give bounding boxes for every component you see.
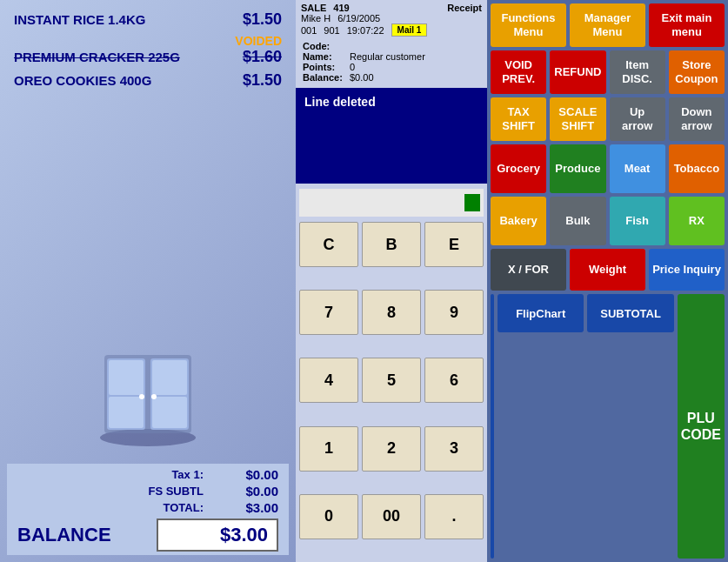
sale-number: 419: [333, 3, 349, 13]
totals-section: Tax 1: $0.00 FS SUBTL $0.00 TOTAL: $3.00…: [7, 464, 289, 555]
numpad-b-button[interactable]: B: [362, 222, 421, 267]
fs-subtl-value: $0.00: [217, 484, 278, 498]
functions-menu-button[interactable]: Functions Menu: [491, 3, 566, 47]
flipchart-button[interactable]: FlipChart: [498, 294, 584, 332]
void-prev-button[interactable]: VOID PREV.: [491, 50, 546, 94]
name-value: Regular customer: [350, 51, 425, 62]
balance-label: BALANCE: [17, 524, 111, 546]
numpad-5-button[interactable]: 5: [362, 358, 421, 403]
numpad-00-button[interactable]: 00: [362, 494, 421, 539]
price-inquiry-button[interactable]: Price Inquiry: [649, 249, 725, 291]
produce-button[interactable]: Produce: [550, 144, 605, 193]
rx-button[interactable]: RX: [669, 197, 725, 245]
receipt-items: INSTANT RICE 1.4KG $1.50 VOIDED PREMIUM …: [7, 7, 289, 324]
name-row: Name: Regular customer: [303, 51, 480, 62]
sale-date: 6/19/2005: [337, 13, 380, 23]
numpad-3-button[interactable]: 3: [424, 426, 484, 472]
sale-label: SALE: [301, 3, 326, 13]
balance-box: $3.00: [157, 519, 278, 552]
input-row[interactable]: [299, 189, 484, 217]
right-row-7: FlipChart SUBTOTAL PLU CODE: [491, 294, 725, 559]
svg-rect-7: [152, 397, 187, 428]
plu-code-button[interactable]: PLU CODE: [678, 294, 725, 559]
receipt-label: Receipt: [447, 3, 482, 13]
item-price: $1.50: [243, 10, 282, 29]
scale-shift-button[interactable]: SCALE SHIFT: [550, 97, 605, 141]
total-value: $3.00: [217, 500, 278, 515]
item-name-voided: PREMIUM CRACKER 225G: [14, 50, 180, 64]
total-row: TOTAL: $3.00: [17, 500, 278, 515]
terminal-id: 001: [301, 25, 317, 36]
tax1-value: $0.00: [217, 467, 278, 482]
weight-button[interactable]: Weight: [570, 249, 645, 291]
balance-row: BALANCE $3.00: [17, 519, 278, 552]
code-label: Code:: [303, 41, 346, 51]
meat-button[interactable]: Meat: [610, 144, 665, 193]
points-value: 0: [350, 62, 355, 72]
store-coupon-button[interactable]: Store Coupon: [669, 50, 725, 94]
fs-subtl-row: FS SUBTL $0.00: [17, 484, 278, 498]
deleted-message: Line deleted: [296, 88, 487, 184]
right-row-4: Grocery Produce Meat Tobacco: [491, 144, 725, 193]
numpad-1-button[interactable]: 1: [299, 426, 358, 472]
numpad-2-button[interactable]: 2: [362, 426, 421, 472]
right-row-1: Functions Menu Manager Menu Exit main me…: [491, 3, 725, 47]
balance-info-label: Balance:: [303, 72, 346, 83]
points-row: Points: 0: [303, 62, 480, 72]
numpad-6-button[interactable]: 6: [424, 358, 484, 403]
right-row-3: TAX SHIFT SCALE SHIFT Up arrow Down arro…: [491, 97, 725, 141]
bulk-button[interactable]: Bulk: [550, 197, 605, 245]
table-row: VOIDED PREMIUM CRACKER 225G $1.60: [14, 34, 282, 66]
manager-menu-button[interactable]: Manager Menu: [570, 3, 645, 47]
x-for-button[interactable]: X / FOR: [491, 249, 566, 291]
subtotal-button[interactable]: SUBTOTAL: [587, 294, 673, 332]
numpad: C B E 7 8 9 4 5 6 1 2 3 0 00 .: [296, 218, 487, 562]
up-arrow-button[interactable]: Up arrow: [610, 97, 665, 141]
svg-rect-3: [109, 360, 144, 395]
numpad-dot-button[interactable]: .: [424, 494, 484, 539]
mail-badge: Mail 1: [391, 23, 428, 37]
item-price: $1.50: [243, 71, 282, 90]
svg-rect-4: [109, 397, 144, 428]
refund-button[interactable]: REFUND: [550, 50, 605, 94]
numpad-8-button[interactable]: 8: [362, 290, 421, 335]
bakery-button[interactable]: Bakery: [491, 197, 546, 245]
numpad-7-button[interactable]: 7: [299, 290, 358, 335]
customer-info: Code: Name: Regular customer Points: 0 B…: [296, 39, 487, 84]
down-arrow-button[interactable]: Down arrow: [669, 97, 725, 141]
item-disc-button[interactable]: Item DISC.: [610, 50, 665, 94]
sale-header: SALE 419 Receipt Mike H 6/19/2005 001 90…: [296, 0, 487, 39]
numpad-c-button[interactable]: C: [299, 222, 358, 267]
points-label: Points:: [303, 62, 346, 72]
numpad-4-button[interactable]: 4: [299, 358, 358, 403]
logo-area: [7, 324, 289, 464]
exit-main-menu-button[interactable]: Exit main menu: [649, 3, 725, 47]
tax1-row: Tax 1: $0.00: [17, 467, 278, 482]
svg-rect-6: [152, 360, 187, 395]
right-row-2: VOID PREV. REFUND Item DISC. Store Coupo…: [491, 50, 725, 94]
tax1-label: Tax 1:: [134, 468, 204, 481]
sale-time: 19:07:22: [347, 25, 384, 36]
flipchart-plu-subtotal-col: [491, 294, 494, 559]
balance-info-row: Balance: $0.00: [303, 72, 480, 83]
table-row: INSTANT RICE 1.4KG $1.50: [14, 10, 282, 29]
operator-name: Mike H: [301, 13, 331, 23]
total-label: TOTAL:: [134, 501, 204, 514]
right-row-6: X / FOR Weight Price Inquiry: [491, 249, 725, 291]
door-icon: [91, 338, 204, 451]
terminal-num: 901: [324, 25, 339, 36]
numpad-e-button[interactable]: E: [424, 222, 484, 267]
tobacco-button[interactable]: Tobacco: [669, 144, 725, 193]
fish-button[interactable]: Fish: [610, 197, 665, 245]
table-row-voided: PREMIUM CRACKER 225G $1.60: [14, 48, 282, 66]
balance-info-value: $0.00: [350, 72, 374, 83]
code-row: Code:: [303, 41, 480, 51]
voided-label: VOIDED: [14, 34, 282, 48]
right-row-5: Bakery Bulk Fish RX: [491, 197, 725, 245]
numpad-0-button[interactable]: 0: [299, 494, 358, 539]
item-name: OREO COOKIES 400G: [14, 73, 151, 88]
tax-shift-button[interactable]: TAX SHIFT: [491, 97, 546, 141]
grocery-button[interactable]: Grocery: [491, 144, 546, 193]
numpad-9-button[interactable]: 9: [424, 290, 484, 335]
svg-point-9: [151, 394, 157, 399]
